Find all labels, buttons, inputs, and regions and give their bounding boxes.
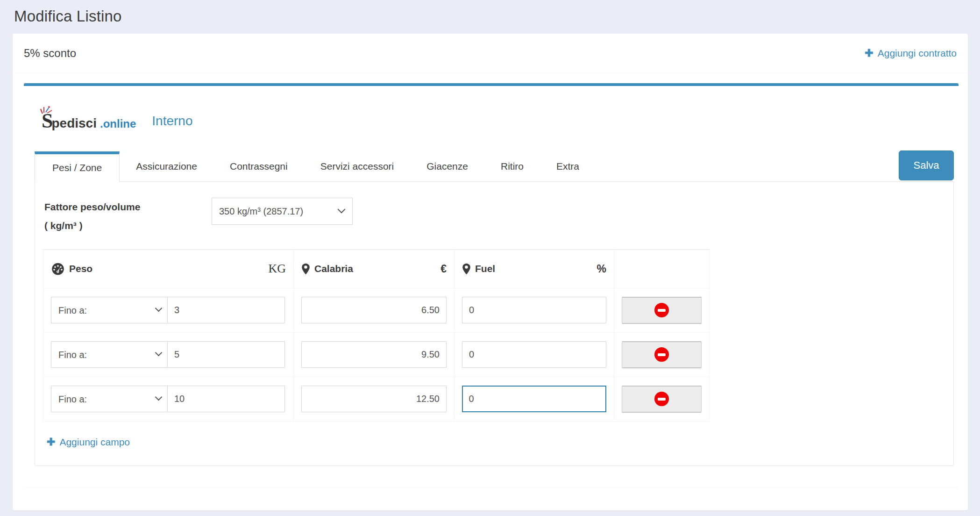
column-label: Calabria [314, 263, 353, 274]
sparkle-icon [40, 104, 56, 115]
add-field-label: Aggiungi campo [59, 437, 130, 448]
tabs-area: Pesi / Zone Assicurazione Contrassegni S… [35, 150, 954, 466]
fuel-cell [454, 288, 614, 332]
logo-text: pedisci [51, 117, 96, 130]
column-header-peso: Peso KG [43, 250, 294, 288]
price-cell [294, 377, 454, 421]
spedisci-online-logo: Spedisci.online [42, 111, 136, 131]
weight-input-group: Fino a: [51, 386, 285, 412]
fuel-input[interactable] [462, 341, 606, 368]
peso-cell: Fino a: [43, 377, 294, 421]
remove-row-button[interactable] [622, 386, 702, 413]
actions-cell [614, 333, 709, 377]
weight-row: Fino a: [43, 377, 709, 421]
factor-select-wrap: 350 kg/m³ (2857.17) [212, 198, 353, 225]
factor-label-line1: Fattore peso/volume [44, 198, 167, 216]
page-title: Modifica Listino [0, 0, 980, 34]
tab-contrassegni[interactable]: Contrassegni [213, 151, 304, 181]
fuel-cell [454, 333, 614, 377]
contract-panel: Spedisci.online Interno Pesi / Zone Assi… [24, 83, 959, 487]
plus-icon: ✚ [865, 48, 873, 58]
add-field-link[interactable]: ✚ Aggiungi campo [47, 437, 130, 448]
contract-name: Interno [152, 114, 192, 129]
tab-ritiro[interactable]: Ritiro [484, 151, 540, 181]
weight-input[interactable] [167, 297, 285, 323]
factor-label-line2: ( kg/m³ ) [44, 216, 167, 235]
weight-input[interactable] [167, 341, 285, 368]
map-marker-icon [462, 263, 471, 275]
column-label: Fuel [475, 263, 495, 274]
fuel-input[interactable] [462, 386, 606, 412]
map-marker-icon [301, 263, 310, 275]
plus-icon: ✚ [47, 437, 55, 447]
column-header-fuel: Fuel % [454, 250, 614, 288]
weight-row: Fino a: [43, 332, 709, 377]
tachometer-icon [51, 262, 65, 276]
condition-select[interactable]: Fino a: [51, 341, 168, 368]
logo-tld: .online [100, 118, 136, 129]
tab-extra[interactable]: Extra [540, 151, 596, 181]
condition-select[interactable]: Fino a: [51, 386, 168, 412]
column-header-actions [614, 250, 709, 288]
column-unit: KG [268, 262, 286, 276]
tab-pesi-zone[interactable]: Pesi / Zone [35, 151, 120, 182]
table-header-row: Peso KG Calabria [43, 250, 709, 288]
condition-select-wrap: Fino a: [51, 341, 168, 368]
price-cell [294, 288, 454, 332]
discount-title: 5% sconto [24, 47, 76, 60]
listino-card: 5% sconto ✚ Aggiungi contratto Spedisci.… [13, 34, 968, 510]
actions-cell [614, 377, 709, 421]
peso-cell: Fino a: [43, 288, 294, 332]
tabs-row: Pesi / Zone Assicurazione Contrassegni S… [35, 150, 954, 182]
column-header-calabria: Calabria € [294, 250, 454, 288]
minus-circle-icon [654, 347, 669, 362]
tab-servizi-accessori[interactable]: Servizi accessori [304, 151, 411, 181]
card-body: Spedisci.online Interno Pesi / Zone Assi… [13, 73, 968, 498]
minus-circle-icon [654, 392, 669, 406]
peso-cell: Fino a: [43, 333, 294, 377]
add-contract-link[interactable]: ✚ Aggiungi contratto [865, 48, 957, 59]
factor-select[interactable]: 350 kg/m³ (2857.17) [212, 198, 353, 225]
column-label: Peso [69, 263, 92, 274]
condition-select-wrap: Fino a: [51, 297, 168, 323]
price-input[interactable] [301, 297, 447, 323]
factor-label: Fattore peso/volume ( kg/m³ ) [44, 198, 167, 235]
weights-table: Peso KG Calabria [43, 249, 710, 422]
card-header: 5% sconto ✚ Aggiungi contratto [13, 34, 968, 73]
column-unit: € [440, 263, 447, 275]
tab-giacenze[interactable]: Giacenze [410, 151, 484, 181]
actions-cell [614, 288, 709, 332]
condition-select[interactable]: Fino a: [51, 297, 168, 323]
price-input[interactable] [301, 386, 447, 412]
fuel-input[interactable] [462, 297, 606, 323]
condition-select-wrap: Fino a: [51, 386, 168, 412]
remove-row-button[interactable] [622, 341, 702, 368]
fuel-cell [454, 377, 614, 421]
add-contract-label: Aggiungi contratto [878, 48, 957, 59]
save-button[interactable]: Salva [899, 150, 954, 180]
column-unit: % [597, 263, 606, 275]
weight-input-group: Fino a: [51, 341, 285, 368]
minus-circle-icon [654, 303, 669, 317]
weight-input[interactable] [167, 386, 285, 412]
weight-row: Fino a: [43, 288, 709, 332]
price-input[interactable] [301, 341, 447, 368]
weight-input-group: Fino a: [51, 297, 285, 323]
factor-row: Fattore peso/volume ( kg/m³ ) 350 kg/m³ … [44, 198, 945, 235]
tab-content-pesi-zone: Fattore peso/volume ( kg/m³ ) 350 kg/m³ … [35, 182, 954, 466]
price-cell [294, 333, 454, 377]
contract-header-row: Spedisci.online Interno [24, 86, 959, 135]
remove-row-button[interactable] [622, 297, 702, 324]
tab-assicurazione[interactable]: Assicurazione [120, 151, 213, 181]
